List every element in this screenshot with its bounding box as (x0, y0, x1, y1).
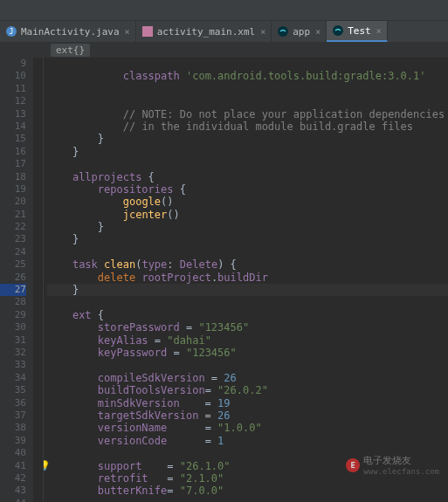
watermark-text: 电子发烧友 (363, 454, 439, 467)
code-line[interactable]: buildToolsVersion= "26.0.2" (47, 384, 448, 396)
line-number: 31 (0, 334, 26, 347)
editor-tabs: J MainActivity.java × activity_main.xml … (0, 21, 448, 42)
code-line[interactable] (47, 58, 448, 70)
line-number: 30 (0, 321, 26, 334)
line-number: 14 (0, 120, 26, 133)
line-number: 13 (0, 108, 26, 120)
intention-bulb-icon[interactable]: 💡 (44, 460, 51, 472)
code-line[interactable] (47, 83, 448, 95)
code-line[interactable]: keyPassword = "123456" (47, 347, 448, 359)
tab-activity-main[interactable]: activity_main.xml × (136, 21, 272, 42)
java-icon: J (5, 25, 17, 38)
code-line[interactable]: minSdkVersion = 19 (47, 397, 448, 409)
code-line[interactable]: butterKnife= "7.0.0" (47, 485, 448, 497)
line-number: 33 (0, 359, 26, 371)
tab-label: Test (348, 25, 371, 37)
code-line[interactable]: // in the individual module build.gradle… (47, 120, 448, 133)
code-line[interactable]: } (47, 133, 448, 145)
line-number: 20 (0, 196, 26, 208)
svg-rect-2 (142, 26, 153, 37)
line-number: 15 (0, 133, 26, 145)
code-content[interactable]: classpath 'com.android.tools.build:gradl… (44, 58, 448, 502)
line-number: 29 (0, 309, 26, 321)
line-number: 35 (0, 384, 26, 396)
line-number: 21 (0, 209, 26, 221)
line-number: 37 (0, 409, 26, 422)
code-line[interactable]: } (47, 233, 448, 245)
code-line[interactable]: } (47, 146, 448, 158)
line-number: 42 (0, 472, 26, 485)
code-line[interactable]: // NOTE: Do not place your application d… (47, 108, 448, 120)
code-line[interactable] (47, 296, 448, 308)
xml-icon (141, 25, 154, 38)
line-number: 36 (0, 397, 26, 409)
close-icon[interactable]: × (315, 27, 320, 37)
code-line[interactable]: keyAlias = "dahai" (47, 334, 448, 347)
line-number: 23 (0, 233, 26, 245)
line-number: 44 (0, 498, 26, 502)
code-line[interactable] (47, 498, 448, 502)
line-number: 32 (0, 347, 26, 359)
line-number: 41 (0, 460, 26, 472)
gradle-icon (332, 24, 344, 37)
close-icon[interactable]: × (376, 26, 382, 36)
line-number: 34 (0, 372, 26, 384)
code-line[interactable]: jcenter() (47, 209, 448, 221)
close-icon[interactable]: × (125, 27, 130, 37)
line-number: 11 (0, 83, 26, 95)
gradle-icon (277, 25, 289, 38)
code-line[interactable]: allprojects { (47, 171, 448, 183)
toolbar-spacer (0, 0, 448, 21)
line-number: 43 (0, 485, 26, 497)
svg-text:J: J (10, 28, 14, 36)
code-line[interactable]: versionName = "1.0.0" (47, 422, 448, 434)
line-number: 10 (0, 70, 26, 82)
line-number: 16 (0, 146, 26, 158)
breadcrumb: ext{} (0, 42, 448, 58)
code-line[interactable] (47, 95, 448, 107)
code-line[interactable] (47, 158, 448, 170)
watermark-url: www.elecfans.com (363, 467, 439, 476)
line-number: 28 (0, 296, 26, 308)
code-line[interactable]: google() (47, 196, 448, 208)
tab-label: MainActivity.java (21, 26, 120, 38)
line-number: 40 (0, 447, 26, 459)
watermark-logo-icon: E (346, 458, 360, 472)
svg-point-3 (278, 26, 288, 37)
line-number: 22 (0, 221, 26, 233)
editor-area: 9101112131415161718192021222324252627282… (0, 58, 448, 502)
close-icon[interactable]: × (260, 27, 265, 37)
line-number: 27 (0, 284, 26, 296)
code-line[interactable]: } (47, 284, 448, 296)
code-line[interactable]: classpath 'com.android.tools.build:gradl… (47, 70, 448, 82)
tab-label: app (293, 26, 310, 38)
code-line[interactable]: ext { (47, 309, 448, 321)
tab-mainactivity[interactable]: J MainActivity.java × (0, 21, 136, 42)
tab-app[interactable]: app × (272, 21, 327, 42)
code-line[interactable]: targetSdkVersion = 26 (47, 409, 448, 422)
svg-point-4 (333, 25, 343, 36)
line-number: 26 (0, 272, 26, 284)
line-number: 17 (0, 158, 26, 170)
line-number: 18 (0, 171, 26, 183)
line-number: 19 (0, 183, 26, 196)
code-line[interactable]: delete rootProject.buildDir (47, 272, 448, 284)
code-line[interactable]: } (47, 221, 448, 233)
code-line[interactable]: versionCode = 1 (47, 435, 448, 447)
fold-gutter (33, 58, 44, 502)
line-gutter: 9101112131415161718192021222324252627282… (0, 58, 33, 502)
line-number: 9 (0, 58, 26, 70)
line-number: 38 (0, 422, 26, 434)
line-number: 12 (0, 95, 26, 107)
code-line[interactable]: repositories { (47, 183, 448, 196)
code-line[interactable] (47, 359, 448, 371)
breadcrumb-item[interactable]: ext{} (51, 44, 90, 57)
tab-test[interactable]: Test × (327, 21, 388, 42)
line-number: 39 (0, 435, 26, 447)
code-line[interactable]: compileSdkVersion = 26 (47, 372, 448, 384)
line-number: 25 (0, 258, 26, 271)
code-line[interactable]: task clean(type: Delete) { (47, 258, 448, 271)
line-number: 24 (0, 246, 26, 258)
code-line[interactable] (47, 246, 448, 258)
code-line[interactable]: storePassword = "123456" (47, 321, 448, 334)
